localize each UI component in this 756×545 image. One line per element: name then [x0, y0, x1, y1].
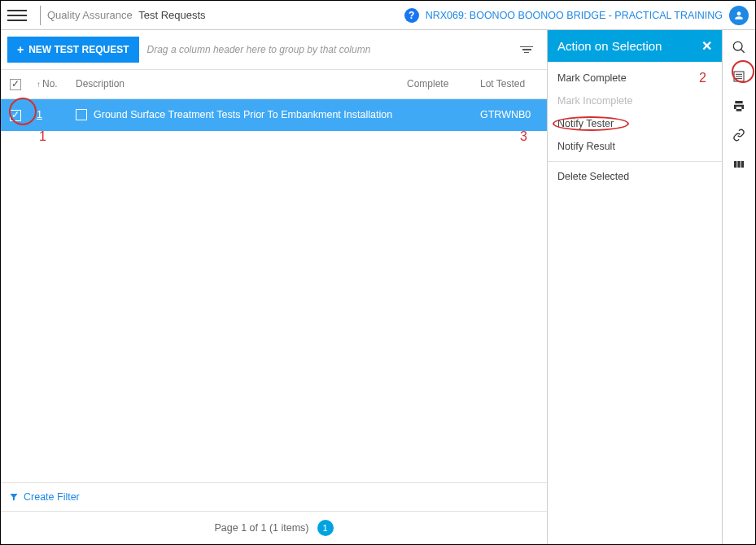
breadcrumb-section: Quality Assurance — [47, 9, 133, 21]
action-panel: Action on Selection ✕ Mark Complete Mark… — [548, 30, 723, 544]
action-notify-tester[interactable]: Notify Tester — [548, 112, 722, 135]
breadcrumb: Quality Assurance Test Requests — [47, 9, 206, 21]
column-lot-tested[interactable]: Lot Tested — [474, 70, 547, 99]
test-requests-table: ↑No. Description Complete Lot Tested 1 G… — [1, 69, 547, 131]
top-bar: Quality Assurance Test Requests ? NRX069… — [1, 1, 755, 30]
column-description[interactable]: Description — [69, 70, 400, 99]
row-complete — [400, 98, 474, 130]
link-icon[interactable] — [732, 128, 746, 142]
plus-icon: + — [17, 43, 24, 56]
pager: Page 1 of 1 (1 items) 1 — [1, 511, 547, 544]
svg-rect-4 — [734, 161, 736, 168]
column-no[interactable]: ↑No. — [30, 70, 69, 99]
divider — [40, 6, 41, 25]
group-hint: Drag a column header here to group by th… — [147, 44, 371, 55]
action-mark-incomplete: Mark Incomplete — [548, 89, 722, 112]
pager-text: Page 1 of 1 (1 items) — [214, 522, 308, 534]
sort-asc-icon: ↑ — [37, 80, 41, 89]
row-checkbox[interactable] — [10, 110, 21, 121]
toolbar: + NEW TEST REQUEST Drag a column header … — [1, 30, 547, 69]
project-link[interactable]: NRX069: BOONOO BOONOO BRIDGE - PRACTICAL… — [426, 10, 723, 21]
table-row[interactable]: 1 Ground Surface Treatment Tests Prior T… — [1, 98, 547, 130]
action-separator — [548, 161, 722, 162]
print-icon[interactable] — [732, 98, 746, 113]
row-description: Ground Surface Treatment Tests Prior To … — [94, 109, 392, 120]
action-delete-selected[interactable]: Delete Selected — [548, 165, 722, 188]
menu-icon[interactable] — [7, 6, 27, 25]
svg-rect-6 — [741, 161, 744, 168]
complete-checkbox[interactable] — [76, 109, 87, 120]
avatar[interactable] — [729, 6, 749, 25]
list-icon[interactable] — [732, 69, 746, 84]
help-icon[interactable]: ? — [404, 8, 419, 23]
page-current[interactable]: 1 — [317, 520, 334, 536]
svg-rect-5 — [737, 161, 740, 168]
main-content: + NEW TEST REQUEST Drag a column header … — [1, 30, 548, 544]
columns-icon[interactable] — [732, 157, 746, 172]
funnel-icon — [9, 492, 19, 502]
new-test-request-button[interactable]: + NEW TEST REQUEST — [7, 37, 139, 63]
action-notify-result[interactable]: Notify Result — [548, 135, 722, 158]
create-filter-link[interactable]: Create Filter — [1, 482, 547, 511]
close-icon[interactable]: ✕ — [701, 38, 712, 54]
panel-header: Action on Selection ✕ — [548, 30, 722, 62]
row-lot-tested: GTRWNB0 — [474, 98, 547, 130]
filter-icon[interactable] — [519, 42, 534, 57]
new-button-label: NEW TEST REQUEST — [28, 44, 129, 55]
panel-title: Action on Selection — [557, 39, 662, 53]
breadcrumb-page: Test Requests — [138, 9, 205, 21]
select-all-checkbox[interactable] — [10, 79, 21, 90]
column-checkbox — [1, 70, 30, 99]
row-number[interactable]: 1 — [37, 109, 42, 120]
right-rail — [723, 30, 755, 544]
search-icon[interactable] — [732, 40, 746, 54]
column-complete[interactable]: Complete — [400, 70, 474, 99]
action-mark-complete[interactable]: Mark Complete — [548, 67, 722, 89]
